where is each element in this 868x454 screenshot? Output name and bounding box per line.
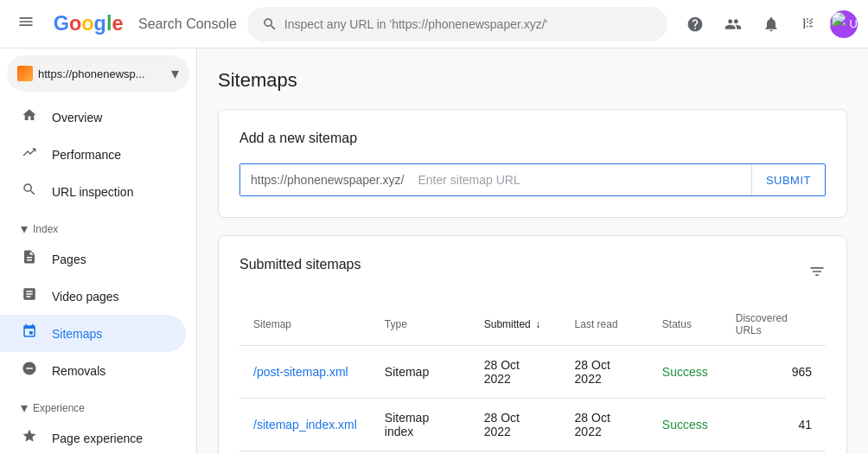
sitemaps-table: Sitemap Type Submitted ↓ Last read Statu… bbox=[239, 304, 826, 451]
sort-arrow-icon: ↓ bbox=[535, 318, 540, 330]
apps-button[interactable] bbox=[792, 7, 827, 42]
sidebar-item-video-pages[interactable]: Video pages bbox=[0, 278, 186, 315]
cell-sitemap: /sitemap_index.xml bbox=[239, 399, 371, 451]
cell-status: Success bbox=[648, 346, 722, 399]
help-button[interactable] bbox=[678, 7, 712, 42]
submit-button[interactable]: SUBMIT bbox=[751, 165, 825, 195]
site-selector[interactable]: https://phonenewsp... ▾ bbox=[7, 55, 189, 92]
topbar-actions: U bbox=[678, 7, 858, 42]
site-url: https://phonenewsp... bbox=[38, 67, 166, 80]
index-section-label: Index bbox=[33, 223, 58, 235]
cell-submitted: 28 Oct 2022 bbox=[470, 399, 561, 451]
logo-subtitle: Search Console bbox=[138, 16, 237, 32]
notifications-button[interactable] bbox=[754, 7, 788, 42]
col-type: Type bbox=[371, 304, 470, 346]
search-small-icon bbox=[21, 182, 38, 201]
col-submitted: Submitted ↓ bbox=[470, 304, 561, 346]
status-badge: Success bbox=[662, 418, 708, 432]
sidebar-item-performance[interactable]: Performance bbox=[0, 136, 186, 173]
sidebar-label-overview: Overview bbox=[52, 111, 102, 125]
sitemap-link[interactable]: /sitemap_index.xml bbox=[253, 418, 357, 432]
cell-last-read: 28 Oct 2022 bbox=[561, 346, 648, 399]
topbar: Google Search Console U bbox=[0, 0, 868, 48]
sidebar-label-sitemaps: Sitemaps bbox=[52, 327, 102, 341]
sidebar-item-url-inspection[interactable]: URL inspection bbox=[0, 173, 186, 210]
table-body: /post-sitemap.xml Sitemap 28 Oct 2022 28… bbox=[239, 346, 826, 451]
sidebar-item-overview[interactable]: Overview bbox=[0, 99, 186, 136]
search-input[interactable] bbox=[284, 17, 653, 31]
add-sitemap-card: Add a new sitemap https://phonenewspaper… bbox=[218, 109, 847, 218]
col-status: Status bbox=[648, 304, 722, 346]
search-icon bbox=[262, 16, 278, 32]
table-row: /sitemap_index.xml Sitemap index 28 Oct … bbox=[239, 399, 826, 451]
pages-icon bbox=[21, 249, 38, 269]
cell-sitemap: /post-sitemap.xml bbox=[239, 346, 371, 399]
logo[interactable]: Google Search Console bbox=[52, 11, 237, 37]
svg-text:Google: Google bbox=[54, 12, 124, 35]
submitted-sitemaps-card: Submitted sitemaps Sitemap Type Submitte… bbox=[218, 235, 847, 454]
experience-section-label: Experience bbox=[33, 402, 85, 414]
main-content: Sitemaps Add a new sitemap https://phone… bbox=[197, 48, 868, 454]
submitted-sitemaps-title: Submitted sitemaps bbox=[239, 257, 361, 272]
index-section[interactable]: ▾ Index bbox=[0, 210, 196, 240]
add-sitemap-title: Add a new sitemap bbox=[239, 131, 826, 146]
sitemaps-icon bbox=[21, 323, 38, 343]
sidebar-item-sitemaps[interactable]: Sitemaps bbox=[0, 315, 186, 352]
menu-button[interactable] bbox=[10, 6, 41, 42]
sidebar-label-pages: Pages bbox=[52, 253, 86, 266]
col-last-read: Last read bbox=[561, 304, 648, 346]
cell-discovered-urls: 41 bbox=[722, 399, 826, 451]
cell-type: Sitemap bbox=[371, 346, 470, 399]
sitemap-url-input[interactable] bbox=[411, 164, 750, 195]
avatar[interactable]: U bbox=[830, 10, 858, 38]
status-badge: Success bbox=[662, 365, 708, 379]
table-row: /post-sitemap.xml Sitemap 28 Oct 2022 28… bbox=[239, 346, 826, 399]
sidebar-item-pages[interactable]: Pages bbox=[0, 240, 186, 278]
search-bar[interactable] bbox=[247, 7, 667, 42]
cell-submitted: 28 Oct 2022 bbox=[470, 346, 561, 399]
home-icon bbox=[21, 107, 38, 127]
experience-section[interactable]: ▾ Experience bbox=[0, 389, 196, 419]
cell-discovered-urls: 965 bbox=[722, 346, 826, 399]
sidebar-label-removals: Removals bbox=[52, 364, 105, 378]
sidebar-label-performance: Performance bbox=[52, 148, 121, 162]
chevron-icon: ▾ bbox=[21, 221, 28, 237]
site-favicon bbox=[17, 66, 33, 81]
chevron-icon-experience: ▾ bbox=[21, 400, 28, 416]
submitted-header: Submitted sitemaps bbox=[239, 257, 826, 290]
sidebar-item-removals[interactable]: Removals bbox=[0, 352, 186, 389]
sidebar-label-page-experience: Page experience bbox=[52, 432, 143, 445]
col-discovered-urls: Discovered URLs bbox=[722, 304, 826, 346]
sidebar-item-page-experience[interactable]: Page experience bbox=[0, 419, 186, 454]
sitemap-input-row: https://phonenewspaper.xyz/ SUBMIT bbox=[239, 163, 826, 196]
table-header-row: Sitemap Type Submitted ↓ Last read Statu… bbox=[239, 304, 826, 346]
page-title: Sitemaps bbox=[218, 69, 847, 92]
sidebar: https://phonenewsp... ▾ Overview Perform… bbox=[0, 48, 197, 454]
col-sitemap: Sitemap bbox=[239, 304, 371, 346]
cell-type: Sitemap index bbox=[371, 399, 470, 451]
cell-status: Success bbox=[648, 399, 722, 451]
sidebar-label-url-inspection: URL inspection bbox=[52, 185, 133, 199]
accounts-button[interactable] bbox=[716, 7, 750, 42]
table-footer: Rows per page: 10 ▾ 1-2 of 2 bbox=[239, 451, 826, 454]
page-experience-icon bbox=[21, 428, 38, 448]
sidebar-label-video-pages: Video pages bbox=[52, 290, 119, 304]
sitemap-prefix: https://phonenewspaper.xyz/ bbox=[240, 164, 411, 195]
video-icon bbox=[21, 286, 38, 306]
sitemap-link[interactable]: /post-sitemap.xml bbox=[253, 365, 348, 379]
cell-last-read: 28 Oct 2022 bbox=[561, 399, 648, 451]
filter-icon[interactable] bbox=[808, 263, 826, 285]
trending-up-icon bbox=[21, 144, 38, 164]
chevron-down-icon: ▾ bbox=[171, 64, 179, 83]
removals-icon bbox=[21, 361, 38, 380]
